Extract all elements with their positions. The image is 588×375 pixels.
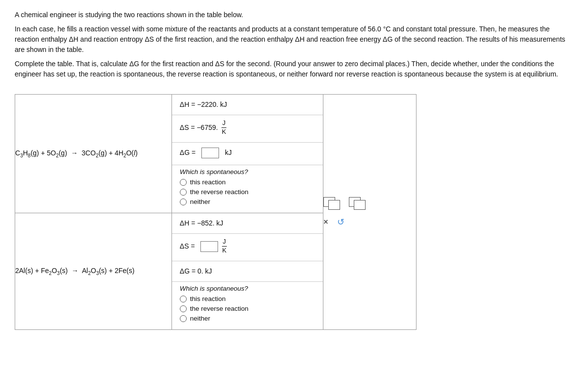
reaction-2-dS-row: ΔS = J K (172, 234, 323, 261)
reaction-1-radio-reverse[interactable] (180, 189, 187, 196)
reactions-table-section: C3H8(g) + 5O2(g) → 3CO2(g) + 4H2O(l) ΔH … (15, 94, 573, 330)
reaction-2-spontaneous-label: Which is spontaneous? (180, 285, 315, 292)
reaction-2-formula: 2Al(s) + Fe2O3(s) → Al2O3(s) + 2Fe(s) (15, 267, 134, 275)
close-button[interactable]: × (323, 218, 328, 226)
reaction-1-radio-this[interactable] (180, 179, 187, 186)
intro-paragraph-3: Complete the table. That is, calculate Δ… (15, 59, 573, 79)
reaction-1-option-reverse[interactable]: the reverse reaction (180, 188, 315, 196)
reaction-1-radio-neither[interactable] (180, 199, 187, 205)
reaction-1-option-neither[interactable]: neither (180, 198, 315, 205)
reaction-1-dS-fraction: J K (221, 119, 227, 136)
reaction-2-formula-cell: 2Al(s) + Fe2O3(s) → Al2O3(s) + 2Fe(s) (15, 213, 172, 330)
reaction-2-dS-num: J (222, 238, 227, 247)
reaction-2-option-reverse-label: the reverse reaction (190, 305, 248, 312)
reaction-1-spontaneous-section: Which is spontaneous? this reaction the … (172, 165, 323, 213)
reaction-2-option-this-label: this reaction (190, 295, 226, 302)
reaction-1-option-neither-label: neither (190, 198, 210, 205)
intro-paragraph-1: A chemical engineer is studying the two … (15, 10, 573, 20)
reaction-1-dS-den: K (221, 128, 227, 136)
reaction-1-dH-value: ΔH = −2220. kJ (180, 100, 227, 108)
reaction-2-option-reverse[interactable]: the reverse reaction (180, 305, 315, 312)
reaction-1-option-reverse-label: the reverse reaction (190, 188, 248, 196)
reaction-2-dS-label: ΔS = (180, 240, 195, 252)
reaction-1-dG-input[interactable] (201, 148, 219, 158)
reaction-2-radio-this[interactable] (180, 296, 187, 302)
reaction-1-dG-unit: kJ (225, 147, 232, 159)
copy-icon-1[interactable] (323, 197, 341, 211)
reaction-1-dS-row: ΔS = −6759. J K (172, 115, 323, 143)
reaction-1-dG-row: ΔG = kJ (172, 143, 323, 165)
reaction-2-dH-value: ΔH = −852. kJ (180, 219, 223, 227)
reaction-2-dH-row: ΔH = −852. kJ (172, 213, 323, 234)
reaction-1-data-cell: ΔH = −2220. kJ ΔS = −6759. J K ΔG = (172, 95, 323, 213)
reaction-2-dS-fraction: J K (221, 238, 227, 255)
reaction-2-option-this[interactable]: this reaction (180, 295, 315, 302)
reaction-2-dG-row: ΔG = 0. kJ (172, 261, 323, 282)
reaction-1-dS-num: J (221, 119, 227, 128)
reaction-2-spontaneous-section: Which is spontaneous? this reaction the … (172, 282, 323, 329)
copy-icons (323, 197, 367, 211)
undo-button[interactable]: ↺ (337, 217, 344, 227)
reaction-1-formula-cell: C3H8(g) + 5O2(g) → 3CO2(g) + 4H2O(l) (15, 95, 172, 213)
reaction-1-option-this[interactable]: this reaction (180, 178, 315, 186)
reaction-2-data-cell: ΔH = −852. kJ ΔS = J K ΔG = 0. kJ (172, 213, 323, 330)
intro-paragraph-2: In each case, he fills a reaction vessel… (15, 24, 573, 55)
toolbar-cell: × ↺ (323, 95, 416, 330)
reaction-1-row: C3H8(g) + 5O2(g) → 3CO2(g) + 4H2O(l) ΔH … (15, 95, 416, 213)
reaction-2-radio-reverse[interactable] (180, 305, 187, 312)
toolbar-top (323, 197, 416, 211)
reaction-1-option-this-label: this reaction (190, 178, 226, 186)
copy-icon-2[interactable] (349, 197, 367, 211)
reaction-2-radio-neither[interactable] (180, 315, 187, 322)
reaction-2-dS-den: K (221, 247, 227, 255)
reactions-table: C3H8(g) + 5O2(g) → 3CO2(g) + 4H2O(l) ΔH … (15, 94, 416, 330)
reaction-2-option-neither-label: neither (190, 315, 210, 322)
reaction-2-dS-input[interactable] (200, 241, 218, 252)
reaction-1-dH-row: ΔH = −2220. kJ (172, 95, 323, 115)
reaction-1-dS-label: ΔS = −6759. (180, 122, 218, 134)
reaction-1-spontaneous-label: Which is spontaneous? (180, 168, 315, 175)
reaction-1-dG-label: ΔG = (180, 147, 196, 159)
reaction-2-option-neither[interactable]: neither (180, 315, 315, 322)
reaction-2-dG-value: ΔG = 0. kJ (180, 267, 212, 275)
reaction-1-formula: C3H8(g) + 5O2(g) → 3CO2(g) + 4H2O(l) (15, 149, 138, 157)
